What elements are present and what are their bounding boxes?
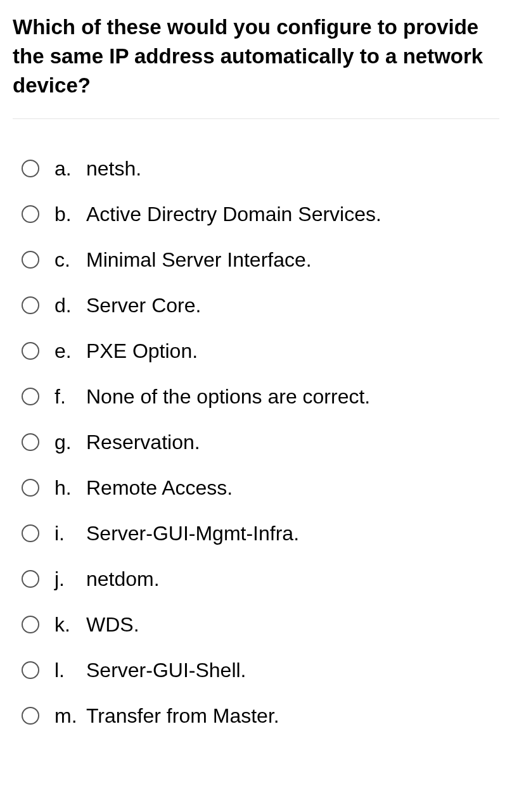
option-text: WDS. [86,613,139,637]
radio-icon [22,296,39,314]
option-letter: l. [54,659,86,682]
option-text: PXE Option. [86,339,198,363]
option-f[interactable]: f. None of the options are correct. [22,385,499,409]
option-b[interactable]: b. Active Directry Domain Services. [22,203,499,226]
option-letter: h. [54,476,86,500]
option-g[interactable]: g. Reservation. [22,431,499,454]
radio-icon [22,205,39,223]
option-text: netsh. [86,157,141,181]
option-letter: m. [54,704,86,728]
radio-icon [22,479,39,497]
option-letter: a. [54,157,86,181]
radio-icon [22,707,39,725]
option-l[interactable]: l. Server-GUI-Shell. [22,659,499,682]
option-i[interactable]: i. Server-GUI-Mgmt-Infra. [22,522,499,545]
option-text: Server-GUI-Mgmt-Infra. [86,522,299,545]
radio-icon [22,570,39,588]
option-d[interactable]: d. Server Core. [22,294,499,317]
radio-icon [22,661,39,679]
option-letter: d. [54,294,86,317]
option-letter: k. [54,613,86,637]
option-text: Minimal Server Interface. [86,248,312,272]
question-text: Which of these would you configure to pr… [13,13,499,101]
option-m[interactable]: m. Transfer from Master. [22,704,499,728]
radio-icon [22,388,39,405]
option-text: Reservation. [86,431,200,454]
option-c[interactable]: c. Minimal Server Interface. [22,248,499,272]
option-j[interactable]: j. netdom. [22,568,499,591]
option-text: Transfer from Master. [86,704,279,728]
divider [13,118,499,119]
option-letter: i. [54,522,86,545]
option-letter: f. [54,385,86,409]
option-h[interactable]: h. Remote Access. [22,476,499,500]
option-text: Server-GUI-Shell. [86,659,246,682]
option-letter: b. [54,203,86,226]
radio-icon [22,616,39,633]
radio-icon [22,160,39,177]
option-a[interactable]: a. netsh. [22,157,499,181]
radio-icon [22,433,39,451]
options-list: a. netsh. b. Active Directry Domain Serv… [13,157,499,728]
option-text: Remote Access. [86,476,233,500]
radio-icon [22,251,39,269]
option-letter: c. [54,248,86,272]
option-letter: e. [54,339,86,363]
option-letter: g. [54,431,86,454]
option-e[interactable]: e. PXE Option. [22,339,499,363]
option-text: Active Directry Domain Services. [86,203,381,226]
option-k[interactable]: k. WDS. [22,613,499,637]
option-letter: j. [54,568,86,591]
radio-icon [22,342,39,360]
radio-icon [22,524,39,542]
option-text: None of the options are correct. [86,385,370,409]
option-text: Server Core. [86,294,201,317]
option-text: netdom. [86,568,160,591]
